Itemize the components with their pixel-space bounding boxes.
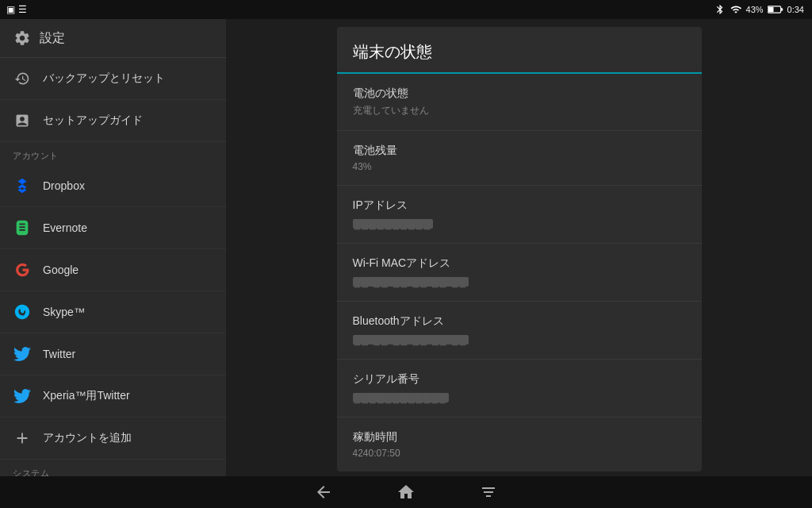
sidebar: 設定 バックアップとリセット セットアップガイド アカウント <box>0 19 226 476</box>
modal-row-label-wifi-mac: Wi-Fi MACアドレス <box>353 256 686 271</box>
system-section-title: システム <box>0 460 226 476</box>
svg-rect-1 <box>768 7 773 13</box>
sidebar-label-setup: セットアップガイド <box>43 114 143 128</box>
home-button[interactable] <box>396 483 416 502</box>
modal-title-bar: 端末の状態 <box>337 27 702 74</box>
sidebar-label-twitter: Twitter <box>43 348 75 360</box>
modal-row-value-battery-state: 充電していません <box>353 104 686 117</box>
dropbox-icon <box>13 176 32 195</box>
battery-icon <box>768 5 783 14</box>
modal-row-value-battery-level: 43% <box>353 161 686 172</box>
sidebar-title: 設定 <box>40 30 65 47</box>
content-area: 端末の状態 電池の状態 充電していません 電池残量 43% I <box>226 19 812 476</box>
google-icon <box>13 260 32 279</box>
sidebar-header: 設定 <box>0 19 226 58</box>
modal-row-label-bluetooth: Bluetoothアドレス <box>353 314 686 329</box>
app-icon-1: ▣ <box>6 4 15 15</box>
svg-rect-2 <box>780 8 783 10</box>
sidebar-item-twitter[interactable]: Twitter <box>0 333 226 375</box>
sidebar-item-setup[interactable]: セットアップガイド <box>0 100 226 142</box>
modal-row-bluetooth: Bluetoothアドレス ██:██:██:██:██:██ <box>337 302 702 360</box>
setup-icon <box>13 111 32 130</box>
modal-row-battery-level: 電池残量 43% <box>337 131 702 186</box>
modal-row-wifi-mac: Wi-Fi MACアドレス ██:██:██:██:██:██ <box>337 244 702 302</box>
modal-row-label-uptime: 稼動時間 <box>353 430 686 444</box>
nav-bar <box>0 476 812 508</box>
sidebar-label-google: Google <box>43 264 79 276</box>
sidebar-item-google[interactable]: Google <box>0 249 226 291</box>
modal-row-label-ip: IPアドレス <box>353 198 686 213</box>
app-icon-2: ☰ <box>18 4 27 15</box>
evernote-icon <box>13 218 32 237</box>
battery-percentage: 43% <box>746 5 764 14</box>
recents-button[interactable] <box>479 483 498 502</box>
modal-row-label-serial: シリアル番号 <box>353 372 686 387</box>
modal-row-label-battery-level: 電池残量 <box>353 144 686 158</box>
notification-icons: ▣ ☰ <box>0 0 27 19</box>
twitter-icon <box>13 344 32 364</box>
modal-row-label-battery-state: 電池の状態 <box>353 87 686 101</box>
modal-row-value-serial: ████████████ <box>353 393 450 402</box>
modal-row-uptime: 稼動時間 4240:07:50 <box>337 418 702 471</box>
modal-overlay: 端末の状態 電池の状態 充電していません 電池残量 43% I <box>226 19 812 476</box>
sidebar-item-add-account[interactable]: アカウントを追加 <box>0 418 226 460</box>
modal-row-value-ip: ██████████ <box>353 219 434 229</box>
sidebar-label-dropbox: Dropbox <box>43 179 85 192</box>
device-status-modal: 端末の状態 電池の状態 充電していません 電池残量 43% I <box>337 27 702 471</box>
sidebar-item-xperia-twitter[interactable]: Xperia™用Twitter <box>0 375 226 418</box>
sidebar-item-backup[interactable]: バックアップとリセット <box>0 58 226 100</box>
back-button[interactable] <box>314 483 333 502</box>
modal-row-value-uptime: 4240:07:50 <box>353 448 686 459</box>
modal-title: 端末の状態 <box>353 43 432 60</box>
main-layout: 設定 バックアップとリセット セットアップガイド アカウント <box>0 19 812 476</box>
status-bar: ▣ ☰ 43% 0:34 <box>0 0 812 19</box>
modal-content: 電池の状態 充電していません 電池残量 43% IPアドレス █████████… <box>337 74 702 471</box>
time-display: 0:34 <box>787 5 804 14</box>
modal-row-value-bluetooth: ██:██:██:██:██:██ <box>353 335 469 344</box>
bluetooth-icon <box>714 4 726 15</box>
sidebar-label-skype: Skype™ <box>43 306 85 318</box>
backup-icon <box>13 69 32 88</box>
sidebar-label-add-account: アカウントを追加 <box>43 431 132 445</box>
modal-row-battery-state: 電池の状態 充電していません <box>337 74 702 131</box>
modal-row-serial: シリアル番号 ████████████ <box>337 360 702 418</box>
sidebar-item-skype[interactable]: Skype™ <box>0 291 226 333</box>
skype-icon <box>13 302 32 321</box>
settings-header-icon <box>13 29 32 48</box>
sidebar-item-evernote[interactable]: Evernote <box>0 207 226 249</box>
sidebar-label-xperia-twitter: Xperia™用Twitter <box>43 389 130 403</box>
sidebar-label-backup: バックアップとリセット <box>43 71 165 86</box>
add-account-icon <box>13 429 32 448</box>
sidebar-label-evernote: Evernote <box>43 221 87 234</box>
modal-row-ip: IPアドレス ██████████ <box>337 186 702 244</box>
wifi-icon <box>730 4 742 15</box>
xperia-twitter-icon <box>13 387 32 406</box>
modal-row-value-wifi-mac: ██:██:██:██:██:██ <box>353 277 469 287</box>
sidebar-item-dropbox[interactable]: Dropbox <box>0 165 226 207</box>
status-icons: 43% 0:34 <box>714 4 804 15</box>
account-section-title: アカウント <box>0 142 226 165</box>
